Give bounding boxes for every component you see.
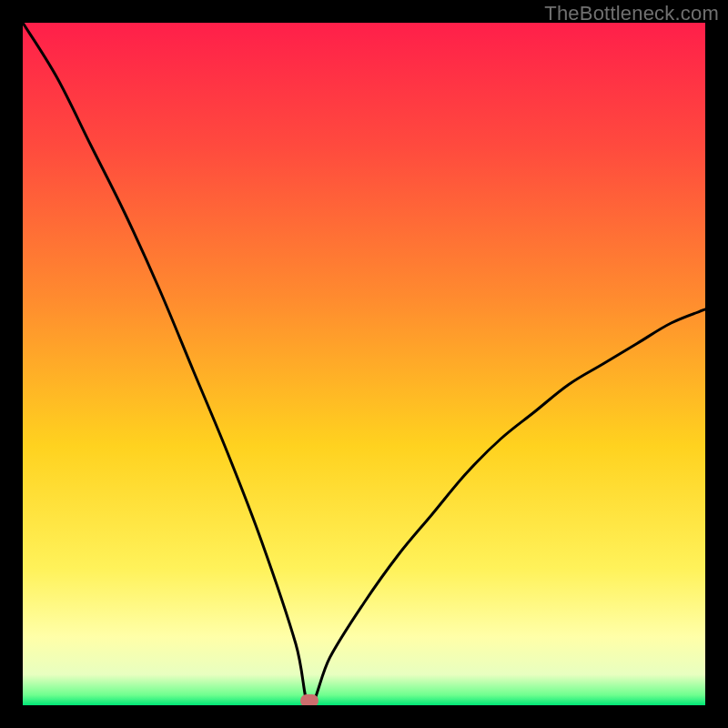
plot-svg <box>23 23 705 705</box>
plot-area <box>23 23 705 705</box>
watermark-text: TheBottleneck.com <box>544 2 719 25</box>
chart-frame: TheBottleneck.com <box>0 0 728 728</box>
optimal-point-marker <box>300 694 318 705</box>
